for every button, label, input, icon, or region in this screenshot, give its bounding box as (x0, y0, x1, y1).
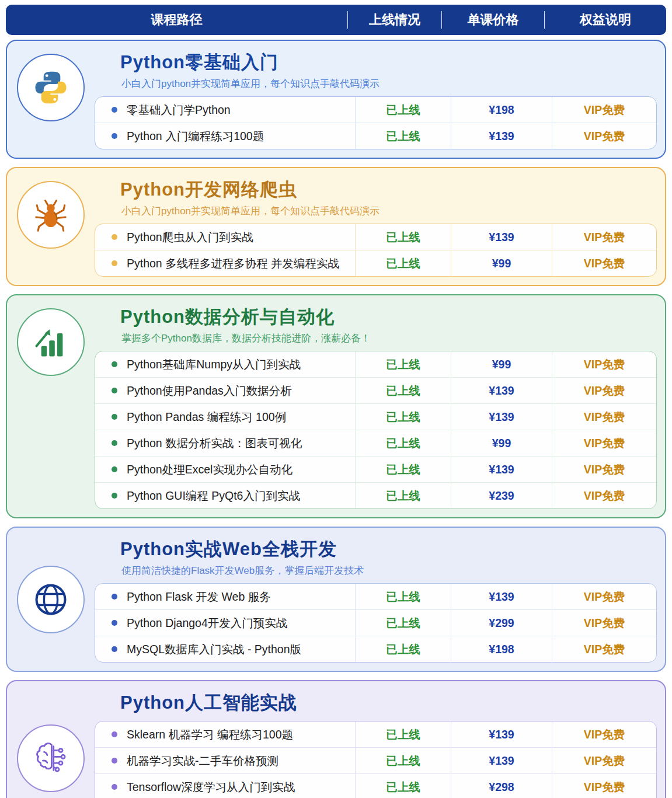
section-icon-column (7, 295, 95, 517)
course-name-text: Python使用Pandas入门数据分析 (127, 383, 292, 399)
python-icon (17, 54, 85, 121)
course-name-text: Python Django4开发入门预实战 (127, 615, 287, 631)
course-status: 已上线 (355, 404, 451, 430)
globe-icon (17, 566, 85, 633)
bullet-icon (112, 361, 117, 367)
course-benefit: VIP免费 (552, 483, 656, 508)
course-name: Python处理Excel实现办公自动化 (95, 457, 355, 482)
bullet-icon (112, 388, 117, 393)
course-row: Sklearn 机器学习 编程练习100题 已上线 ¥139 VIP免费 (95, 722, 656, 747)
course-row: Python使用Pandas入门数据分析 已上线 ¥139 VIP免费 (95, 377, 656, 403)
brain-icon (17, 724, 85, 792)
course-row: MySQL数据库入门实战 - Python版 已上线 ¥198 VIP免费 (95, 636, 656, 662)
bullet-icon (112, 466, 117, 472)
course-name: Tensorflow深度学习从入门到实战 (95, 774, 355, 798)
bullet-icon (112, 620, 117, 626)
course-status: 已上线 (355, 351, 451, 377)
course-name: Python使用Pandas入门数据分析 (95, 378, 355, 403)
course-benefit: VIP免费 (552, 378, 656, 403)
course-name: MySQL数据库入门实战 - Python版 (95, 636, 355, 662)
course-row: Python Django4开发入门预实战 已上线 ¥299 VIP免费 (95, 609, 656, 636)
section-subtitle: 小白入门python并实现简单应用，每个知识点手敲代码演示 (121, 204, 657, 218)
course-name-text: Python爬虫从入门到实战 (127, 229, 253, 245)
course-benefit: VIP免费 (552, 722, 656, 747)
course-row: Python处理Excel实现办公自动化 已上线 ¥139 VIP免费 (95, 456, 656, 482)
course-price: ¥139 (451, 722, 552, 747)
course-status: 已上线 (355, 97, 451, 123)
section-icon-column (7, 41, 95, 158)
course-row: Python 数据分析实战：图表可视化 已上线 ¥99 VIP免费 (95, 430, 656, 456)
course-status: 已上线 (355, 774, 451, 798)
course-price: ¥139 (451, 404, 552, 430)
chart-icon (17, 308, 85, 376)
course-name: Sklearn 机器学习 编程练习100题 (95, 722, 355, 747)
header-online-status: 上线情况 (347, 11, 441, 29)
course-table: Python爬虫从入门到实战 已上线 ¥139 VIP免费 Python 多线程… (95, 224, 657, 277)
course-name: Python Flask 开发 Web 服务 (95, 584, 355, 609)
course-name: Python基础库Numpy从入门到实战 (95, 351, 355, 377)
course-name-text: Python Flask 开发 Web 服务 (127, 589, 271, 605)
section-title: Python实战Web全栈开发 (120, 537, 657, 562)
bullet-icon (112, 731, 117, 737)
course-benefit: VIP免费 (552, 457, 656, 482)
course-name: 零基础入门学Python (95, 97, 355, 123)
section-card: Python零基础入门 小白入门python并实现简单应用，每个知识点手敲代码演… (6, 40, 666, 159)
course-name-text: MySQL数据库入门实战 - Python版 (127, 642, 301, 657)
course-row: 机器学习实战-二手车价格预测 已上线 ¥139 VIP免费 (95, 747, 656, 773)
course-row: Python 多线程多进程多协程 并发编程实战 已上线 ¥99 VIP免费 (95, 250, 656, 276)
bullet-icon (112, 107, 117, 113)
header-course-path: 课程路径 (6, 11, 347, 29)
course-catalog: 课程路径 上线情况 单课价格 权益说明 Python零基础入门 小白入门pyth… (0, 0, 672, 798)
course-price: ¥139 (451, 584, 552, 609)
section-card: Python开发网络爬虫 小白入门python并实现简单应用，每个知识点手敲代码… (6, 167, 666, 286)
course-price: ¥99 (451, 250, 552, 276)
section-card: Python数据分析与自动化 掌握多个Python数据库，数据分析技能进阶，涨薪… (6, 294, 666, 518)
header-benefit: 权益说明 (544, 11, 666, 29)
bullet-icon (112, 414, 117, 420)
spider-icon (17, 181, 85, 249)
course-price: ¥239 (451, 483, 552, 508)
bullet-icon (112, 758, 117, 764)
course-status: 已上线 (355, 378, 451, 403)
section-subtitle: 小白入门python并实现简单应用，每个知识点手敲代码演示 (121, 77, 657, 90)
header-unit-price: 单课价格 (441, 11, 544, 29)
course-row: Python GUI编程 PyQt6入门到实战 已上线 ¥239 VIP免费 (95, 482, 656, 508)
sections: Python零基础入门 小白入门python并实现简单应用，每个知识点手敲代码演… (0, 40, 672, 798)
course-status: 已上线 (355, 483, 451, 508)
course-name-text: Python 数据分析实战：图表可视化 (127, 435, 302, 451)
section-content: Python开发网络爬虫 小白入门python并实现简单应用，每个知识点手敲代码… (95, 168, 665, 285)
section-card: Python实战Web全栈开发 使用简洁快捷的Flask开发Web服务，掌握后端… (6, 527, 666, 672)
section-icon-column (7, 528, 95, 671)
section-title: Python人工智能实战 (120, 691, 657, 715)
course-name-text: Python 入门编程练习100题 (127, 128, 264, 144)
course-status: 已上线 (355, 722, 451, 747)
course-table: Python Flask 开发 Web 服务 已上线 ¥139 VIP免费 Py… (95, 583, 657, 663)
section-content: Python人工智能实战 Sklearn 机器学习 编程练习100题 已上线 ¥… (95, 681, 665, 798)
course-benefit: VIP免费 (552, 351, 656, 377)
section-title: Python开发网络爬虫 (120, 177, 657, 202)
section-icon-column (7, 168, 95, 285)
course-price: ¥99 (451, 430, 552, 456)
section-title: Python零基础入门 (120, 50, 657, 75)
course-price: ¥298 (451, 774, 552, 798)
course-name: Python爬虫从入门到实战 (95, 224, 355, 250)
course-row: Python 入门编程练习100题 已上线 ¥139 VIP免费 (95, 123, 656, 149)
course-row: Python爬虫从入门到实战 已上线 ¥139 VIP免费 (95, 224, 656, 250)
course-row: Python基础库Numpy从入门到实战 已上线 ¥99 VIP免费 (95, 351, 656, 377)
course-status: 已上线 (355, 430, 451, 456)
bullet-icon (112, 784, 117, 790)
course-status: 已上线 (355, 748, 451, 773)
course-price: ¥139 (451, 224, 552, 250)
course-name-text: Python GUI编程 PyQt6入门到实战 (127, 488, 300, 504)
bullet-icon (112, 260, 117, 266)
section-subtitle: 掌握多个Python数据库，数据分析技能进阶，涨薪必备！ (121, 332, 657, 345)
table-header: 课程路径 上线情况 单课价格 权益说明 (6, 5, 666, 35)
course-benefit: VIP免费 (552, 123, 656, 149)
course-row: 零基础入门学Python 已上线 ¥198 VIP免费 (95, 97, 656, 123)
course-table: 零基础入门学Python 已上线 ¥198 VIP免费 Python 入门编程练… (95, 96, 657, 149)
course-benefit: VIP免费 (552, 224, 656, 250)
bullet-icon (112, 133, 117, 139)
course-status: 已上线 (355, 457, 451, 482)
course-name-text: Sklearn 机器学习 编程练习100题 (127, 727, 293, 743)
course-name: Python 数据分析实战：图表可视化 (95, 430, 355, 456)
